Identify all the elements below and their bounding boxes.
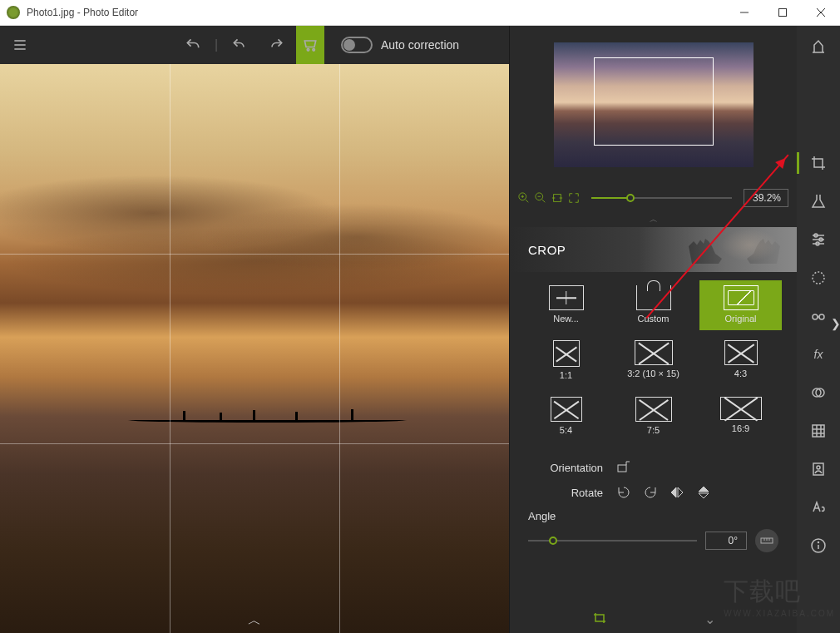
crop-label: New... <box>553 314 579 324</box>
crop-3-2[interactable]: 3:2 (10 × 15) <box>612 335 694 387</box>
ratio-icon <box>551 397 582 422</box>
minimize-button[interactable] <box>725 0 763 26</box>
crop-7-5[interactable]: 7:5 <box>612 392 694 442</box>
angle-slider[interactable] <box>528 540 697 542</box>
svg-point-32 <box>819 314 824 319</box>
crop-label: Custom <box>638 314 670 324</box>
bottom-actions: ⌄ <box>510 606 797 633</box>
text-icon[interactable] <box>809 498 828 517</box>
close-button[interactable] <box>802 0 840 26</box>
crop-4-3[interactable]: 4:3 <box>699 335 782 387</box>
overlap-icon[interactable] <box>809 383 828 402</box>
angle-label: Angle <box>528 510 778 522</box>
svg-rect-36 <box>813 425 824 437</box>
rotate-ccw-icon[interactable] <box>616 485 631 500</box>
crop-selection-icon <box>594 57 714 146</box>
lab-icon[interactable] <box>809 192 828 210</box>
crop-16-9[interactable]: 16:9 <box>699 392 782 442</box>
crop-1-1[interactable]: 1:1 <box>525 335 607 387</box>
ratio-icon <box>635 340 673 365</box>
canvas[interactable]: ︿ <box>0 64 509 633</box>
angle-value[interactable]: 0° <box>705 532 747 550</box>
chevron-down-icon[interactable]: ⌄ <box>704 611 715 628</box>
maximize-button[interactable] <box>763 0 802 26</box>
zoom-slider[interactable] <box>591 197 732 199</box>
ratio-icon <box>553 340 580 367</box>
unlock-icon <box>636 285 671 310</box>
crop-label: 1:1 <box>560 370 572 380</box>
window-title: Photo1.jpg - Photo Editor <box>27 7 725 18</box>
panel-title: CROP <box>528 243 566 257</box>
svg-point-42 <box>817 466 820 469</box>
flip-horizontal-icon[interactable] <box>670 485 684 500</box>
separator-icon: | <box>213 28 220 62</box>
crop-label: Original <box>725 314 757 324</box>
svg-line-14 <box>542 200 546 203</box>
crop-label: 4:3 <box>734 368 747 378</box>
rotate-label: Rotate <box>528 487 603 499</box>
crop-original[interactable]: Original <box>699 280 782 330</box>
menu-button[interactable] <box>3 28 37 62</box>
app-icon <box>7 6 20 19</box>
histogram-icon[interactable] <box>809 37 828 56</box>
svg-point-7 <box>307 49 309 52</box>
glasses-icon[interactable] <box>809 307 828 325</box>
grid-icon[interactable] <box>809 422 828 440</box>
expand-chevron-icon[interactable]: ❯ <box>831 317 840 330</box>
crop-grid-line <box>170 64 170 633</box>
plus-icon <box>549 285 584 310</box>
zoom-controls: 39.2% <box>510 184 797 212</box>
fx-icon[interactable]: fx <box>809 345 828 363</box>
auto-correction-toggle[interactable]: Auto correction <box>341 37 459 53</box>
rotate-orientation-icon[interactable] <box>616 460 631 475</box>
zoom-out-icon[interactable] <box>535 192 546 204</box>
crop-label: 7:5 <box>647 425 660 435</box>
auto-correction-label: Auto correction <box>381 38 459 52</box>
crop-5-4[interactable]: 5:4 <box>525 392 607 442</box>
svg-point-45 <box>818 542 819 543</box>
svg-point-8 <box>313 49 315 52</box>
crop-tool-icon[interactable] <box>809 154 828 172</box>
cart-button[interactable] <box>296 26 324 64</box>
crop-custom[interactable]: Custom <box>612 280 694 330</box>
photo-image <box>0 64 509 633</box>
chevron-up-icon[interactable]: ︿ <box>510 212 797 227</box>
crop-presets: New... Custom Original 1:1 3:2 (10 × 15)… <box>510 272 797 447</box>
svg-point-30 <box>813 272 824 284</box>
side-panel: 39.2% ︿ CROP New... Custom Original 1:1 … <box>509 26 797 633</box>
undo-step-button[interactable] <box>223 28 256 62</box>
straighten-icon[interactable] <box>755 529 778 552</box>
toggle-switch-icon <box>341 37 373 53</box>
crop-grid-line <box>339 64 340 633</box>
zoom-in-icon[interactable] <box>518 192 530 204</box>
portrait-icon[interactable] <box>809 460 828 478</box>
crop-label: 16:9 <box>732 423 749 433</box>
sliders-icon[interactable] <box>809 230 828 249</box>
crop-new[interactable]: New... <box>525 280 607 330</box>
fit-width-icon[interactable] <box>551 192 563 204</box>
orientation-section: Orientation Rotate Angle 0° <box>510 447 797 561</box>
flip-vertical-icon[interactable] <box>696 485 711 500</box>
svg-rect-1 <box>779 9 787 17</box>
undo-button[interactable] <box>176 28 210 62</box>
svg-line-10 <box>526 200 529 203</box>
crop-confirm-icon[interactable] <box>591 611 608 628</box>
svg-rect-19 <box>618 465 626 472</box>
main-toolbar: | Auto correction <box>0 26 509 64</box>
fit-screen-icon[interactable] <box>568 192 580 204</box>
panel-header: CROP <box>510 227 797 272</box>
ratio-icon <box>720 397 762 420</box>
tool-sidebar: fx ❯ <box>797 26 840 633</box>
svg-point-31 <box>813 314 818 319</box>
rotate-cw-icon[interactable] <box>643 485 658 500</box>
crop-grid-line <box>0 443 509 444</box>
image-icon <box>724 285 758 310</box>
ratio-icon <box>724 340 758 365</box>
preview-thumbnail[interactable] <box>510 26 797 184</box>
crop-label: 3:2 (10 × 15) <box>627 368 679 378</box>
info-icon[interactable] <box>809 537 828 555</box>
selection-icon[interactable] <box>809 269 828 287</box>
chevron-up-icon[interactable]: ︿ <box>248 612 261 630</box>
crop-label: 5:4 <box>560 425 572 435</box>
redo-step-button[interactable] <box>259 28 293 62</box>
